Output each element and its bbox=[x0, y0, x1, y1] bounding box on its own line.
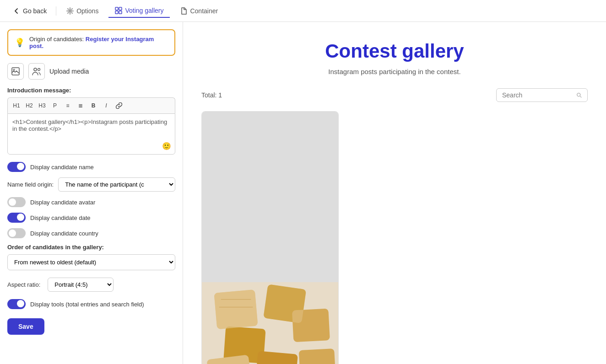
h3-button[interactable]: H3 bbox=[36, 100, 48, 112]
chevron-left-icon bbox=[13, 7, 20, 15]
display-tools-toggle[interactable] bbox=[7, 299, 26, 309]
top-nav: Go back Options Voting gallery Container bbox=[0, 0, 606, 22]
svg-point-0 bbox=[69, 10, 71, 12]
svg-rect-4 bbox=[119, 11, 122, 14]
order-select[interactable]: From newest to oldest (default) bbox=[7, 254, 175, 270]
image-icon bbox=[11, 67, 20, 75]
upload-media-label: Upload media bbox=[49, 68, 89, 75]
display-candidate-name-toggle[interactable] bbox=[7, 162, 26, 172]
display-candidate-country-row: Display candidate country bbox=[7, 228, 175, 238]
h2-button[interactable]: H2 bbox=[23, 100, 35, 112]
name-field-origin-label: Name field origin: bbox=[7, 181, 54, 188]
editor-content: <h1>Contest gallery</h1><p>Instagram pos… bbox=[12, 118, 167, 132]
link-icon bbox=[116, 102, 122, 109]
preview-subtitle: Instagram posts participating in the con… bbox=[201, 68, 588, 75]
display-candidate-avatar-row: Display candidate avatar bbox=[7, 197, 175, 207]
display-candidate-date-toggle[interactable] bbox=[7, 213, 26, 223]
display-candidate-country-label: Display candidate country bbox=[30, 230, 98, 237]
go-back-button[interactable]: Go back bbox=[7, 5, 52, 17]
display-tools-label: Display tools (total entries and search … bbox=[30, 301, 144, 308]
svg-rect-2 bbox=[119, 7, 122, 10]
total-count: Total: 1 bbox=[201, 91, 222, 99]
svg-rect-1 bbox=[115, 7, 118, 10]
save-button[interactable]: Save bbox=[7, 318, 44, 335]
card-image-wrap bbox=[202, 112, 338, 364]
bold-button[interactable]: B bbox=[87, 100, 99, 112]
h1-button[interactable]: H1 bbox=[11, 100, 22, 112]
container-tab[interactable]: Container bbox=[173, 5, 224, 17]
voting-gallery-tab[interactable]: Voting gallery bbox=[108, 4, 170, 18]
display-candidate-date-row: Display candidate date bbox=[7, 213, 175, 223]
aspect-ratio-select[interactable]: Portrait (4:5) Square (1:1) Landscape (1… bbox=[48, 278, 114, 292]
gallery-card: my-handle my favorite recipe of all time… bbox=[201, 111, 339, 364]
preview-title: Contest gallery bbox=[201, 40, 588, 62]
main-layout: 💡 Origin of candidates: Register your In… bbox=[0, 22, 606, 364]
svg-rect-19 bbox=[299, 348, 336, 364]
people-icon bbox=[32, 67, 41, 75]
svg-point-9 bbox=[577, 93, 580, 96]
aspect-ratio-label: Aspect ratio: bbox=[7, 281, 40, 288]
gallery-grid: my-handle my favorite recipe of all time… bbox=[201, 111, 588, 364]
right-panel: Contest gallery Instagram posts particip… bbox=[183, 22, 606, 364]
display-candidate-country-toggle[interactable] bbox=[7, 228, 26, 238]
left-panel: 💡 Origin of candidates: Register your In… bbox=[0, 22, 183, 364]
display-candidate-avatar-label: Display candidate avatar bbox=[30, 199, 95, 206]
display-candidate-date-label: Display candidate date bbox=[30, 214, 91, 221]
search-box bbox=[496, 88, 588, 102]
ul-button[interactable]: ≡ bbox=[62, 100, 74, 112]
upload-image-button[interactable] bbox=[7, 63, 24, 80]
upload-people-button[interactable] bbox=[28, 63, 45, 80]
search-icon bbox=[576, 92, 582, 98]
svg-rect-15 bbox=[214, 289, 258, 329]
name-field-origin-select[interactable]: The name of the participant (c bbox=[58, 177, 175, 192]
link-button[interactable] bbox=[113, 100, 125, 112]
grid-icon bbox=[115, 7, 122, 14]
ol-button[interactable]: ≣ bbox=[75, 100, 87, 112]
upload-media-row: Upload media bbox=[7, 63, 175, 80]
preview-tools-row: Total: 1 bbox=[201, 88, 588, 102]
italic-button[interactable]: I bbox=[100, 100, 112, 112]
search-input[interactable] bbox=[502, 91, 573, 99]
p-button[interactable]: P bbox=[49, 100, 61, 112]
display-candidate-avatar-toggle[interactable] bbox=[7, 197, 26, 207]
intro-message-label: Introduction message: bbox=[7, 87, 175, 94]
aspect-ratio-row: Aspect ratio: Portrait (4:5) Square (1:1… bbox=[7, 278, 175, 292]
options-tab[interactable]: Options bbox=[60, 5, 105, 17]
editor-toolbar: H1 H2 H3 P ≡ ≣ B I bbox=[7, 97, 175, 113]
svg-rect-3 bbox=[115, 11, 118, 14]
editor-area[interactable]: <h1>Contest gallery</h1><p>Instagram pos… bbox=[7, 113, 175, 155]
svg-point-6 bbox=[13, 69, 15, 70]
name-field-origin-row: Name field origin: The name of the parti… bbox=[7, 177, 175, 192]
gear-icon bbox=[66, 7, 74, 15]
emoji-button[interactable]: 🙂 bbox=[162, 142, 171, 150]
display-candidate-name-row: Display candidate name bbox=[7, 162, 175, 172]
document-icon bbox=[180, 7, 187, 15]
display-tools-row: Display tools (total entries and search … bbox=[7, 299, 175, 309]
lightbulb-icon: 💡 bbox=[15, 37, 25, 48]
svg-rect-16 bbox=[263, 284, 306, 323]
svg-point-8 bbox=[38, 69, 40, 71]
food-image bbox=[202, 282, 338, 364]
svg-point-7 bbox=[34, 68, 37, 71]
display-candidate-name-label: Display candidate name bbox=[30, 164, 94, 171]
order-label: Order of candidates in the gallery: bbox=[7, 244, 175, 251]
info-banner: 💡 Origin of candidates: Register your In… bbox=[7, 29, 175, 56]
nav-divider bbox=[56, 6, 56, 16]
info-banner-prefix: Origin of candidates: bbox=[29, 36, 86, 43]
